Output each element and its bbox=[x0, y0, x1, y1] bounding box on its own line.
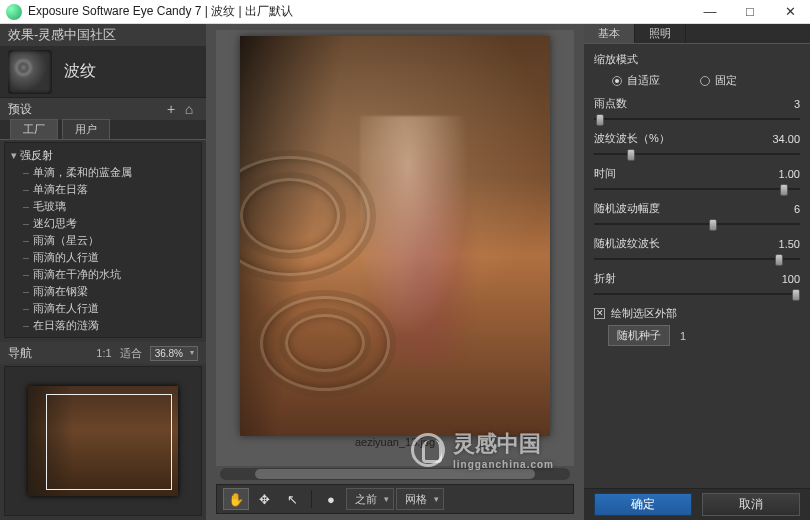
param-slider[interactable] bbox=[594, 288, 800, 300]
app-icon bbox=[6, 4, 22, 20]
effect-name: 波纹 bbox=[64, 61, 96, 82]
effects-header: 效果-灵感中国社区 bbox=[0, 24, 206, 46]
zoom-fit-button[interactable]: 适合 bbox=[120, 346, 142, 361]
left-panel: 效果-灵感中国社区 波纹 预设 + ⌂ 工厂 用户 强反射单滴，柔和的蓝金属单滴… bbox=[0, 24, 206, 520]
param-label: 时间 bbox=[594, 166, 760, 181]
param-label: 随机波动幅度 bbox=[594, 201, 760, 216]
param-value[interactable]: 6 bbox=[760, 203, 800, 215]
compare-dropdown[interactable]: 之前 bbox=[346, 488, 394, 510]
preset-item[interactable]: 雨滴在人行道 bbox=[23, 300, 201, 317]
preset-item[interactable]: 在日落的涟漪 bbox=[23, 317, 201, 334]
right-panel: 基本 照明 缩放模式 自适应 固定 雨点数3波纹波长（%）34.00时间1.00… bbox=[584, 24, 810, 520]
preset-item[interactable]: 雨滴的人行道 bbox=[23, 249, 201, 266]
filename-label: aeziyuan_13.jpg bbox=[216, 436, 574, 454]
navigator-header: 导航 bbox=[8, 345, 88, 362]
param-slider[interactable] bbox=[594, 148, 800, 160]
manage-presets-icon[interactable]: ⌂ bbox=[180, 101, 198, 117]
param-refract: 折射100 bbox=[594, 271, 800, 300]
preset-group[interactable]: 绘画（需要源图像） bbox=[11, 334, 201, 338]
current-effect-row[interactable]: 波纹 bbox=[0, 46, 206, 98]
preset-group[interactable]: 强反射 bbox=[11, 147, 201, 164]
random-seed-button[interactable]: 随机种子 bbox=[608, 325, 670, 346]
param-value[interactable]: 1.50 bbox=[760, 238, 800, 250]
param-slider[interactable] bbox=[594, 253, 800, 265]
radio-dot-icon bbox=[612, 76, 622, 86]
preset-item[interactable]: 毛玻璃 bbox=[23, 198, 201, 215]
param-value[interactable]: 1.00 bbox=[760, 168, 800, 180]
effect-thumbnail bbox=[8, 50, 52, 94]
radio-adaptive-label: 自适应 bbox=[627, 73, 660, 88]
navigator-thumbnail[interactable] bbox=[28, 386, 178, 496]
preview-image[interactable] bbox=[240, 36, 550, 436]
tab-lighting[interactable]: 照明 bbox=[635, 24, 686, 43]
param-slider[interactable] bbox=[594, 183, 800, 195]
param-drops: 雨点数3 bbox=[594, 96, 800, 125]
hand-tool-icon[interactable]: ✋ bbox=[223, 488, 249, 510]
preset-tab-user[interactable]: 用户 bbox=[62, 119, 110, 139]
random-seed-value: 1 bbox=[680, 330, 686, 342]
canvas-area[interactable]: aeziyuan_13.jpg bbox=[216, 30, 574, 466]
preset-item[interactable]: 雨滴在干净的水坑 bbox=[23, 266, 201, 283]
horizontal-scrollbar[interactable] bbox=[220, 468, 570, 480]
scale-mode-label: 缩放模式 bbox=[594, 52, 800, 67]
preset-item[interactable]: 雨滴（星云） bbox=[23, 232, 201, 249]
zoom-ratio-button[interactable]: 1:1 bbox=[96, 347, 111, 359]
cancel-button[interactable]: 取消 bbox=[702, 493, 800, 516]
zoom-select[interactable]: 36.8% bbox=[150, 346, 198, 361]
grid-dropdown[interactable]: 网格 bbox=[396, 488, 444, 510]
param-perturb: 随机波动幅度6 bbox=[594, 201, 800, 230]
tab-basic[interactable]: 基本 bbox=[584, 24, 635, 43]
preset-item[interactable]: 雨滴在钢梁 bbox=[23, 283, 201, 300]
add-preset-icon[interactable]: + bbox=[162, 101, 180, 117]
center-panel: aeziyuan_13.jpg ✋ ✥ ↖ ● 之前 网格 灵感中国 lingg… bbox=[206, 24, 584, 520]
param-label: 雨点数 bbox=[594, 96, 760, 111]
radio-dot-icon bbox=[700, 76, 710, 86]
presets-header: 预设 bbox=[8, 101, 162, 118]
viewer-toolbar: ✋ ✥ ↖ ● 之前 网格 bbox=[216, 484, 574, 514]
marker-tool-icon[interactable]: ● bbox=[318, 488, 344, 510]
window-maximize-button[interactable]: □ bbox=[730, 0, 770, 24]
param-value[interactable]: 3 bbox=[760, 98, 800, 110]
draw-outside-checkbox[interactable]: ✕ 绘制选区外部 bbox=[594, 306, 800, 321]
preset-item[interactable]: 单滴，柔和的蓝金属 bbox=[23, 164, 201, 181]
param-label: 随机波纹波长 bbox=[594, 236, 760, 251]
param-time: 时间1.00 bbox=[594, 166, 800, 195]
param-slider[interactable] bbox=[594, 218, 800, 230]
radio-fixed[interactable]: 固定 bbox=[700, 73, 737, 88]
move-tool-icon[interactable]: ✥ bbox=[251, 488, 277, 510]
preset-item[interactable]: 迷幻思考 bbox=[23, 215, 201, 232]
window-titlebar: Exposure Software Eye Candy 7 | 波纹 | 出厂默… bbox=[0, 0, 810, 24]
param-value[interactable]: 100 bbox=[760, 273, 800, 285]
preset-tab-factory[interactable]: 工厂 bbox=[10, 119, 58, 139]
param-randlen: 随机波纹波长1.50 bbox=[594, 236, 800, 265]
param-slider[interactable] bbox=[594, 113, 800, 125]
radio-adaptive[interactable]: 自适应 bbox=[612, 73, 660, 88]
navigator-panel[interactable] bbox=[4, 366, 202, 516]
window-minimize-button[interactable]: — bbox=[690, 0, 730, 24]
param-wavelen: 波纹波长（%）34.00 bbox=[594, 131, 800, 160]
pointer-tool-icon[interactable]: ↖ bbox=[279, 488, 305, 510]
checkbox-icon: ✕ bbox=[594, 308, 605, 319]
ok-button[interactable]: 确定 bbox=[594, 493, 692, 516]
radio-fixed-label: 固定 bbox=[715, 73, 737, 88]
preset-item[interactable]: 单滴在日落 bbox=[23, 181, 201, 198]
window-close-button[interactable]: ✕ bbox=[770, 0, 810, 24]
param-value[interactable]: 34.00 bbox=[760, 133, 800, 145]
preset-tree[interactable]: 强反射单滴，柔和的蓝金属单滴在日落毛玻璃迷幻思考雨滴（星云）雨滴的人行道雨滴在干… bbox=[4, 142, 202, 338]
window-title: Exposure Software Eye Candy 7 | 波纹 | 出厂默… bbox=[28, 3, 690, 20]
param-label: 折射 bbox=[594, 271, 760, 286]
draw-outside-label: 绘制选区外部 bbox=[611, 306, 677, 321]
param-label: 波纹波长（%） bbox=[594, 131, 760, 146]
